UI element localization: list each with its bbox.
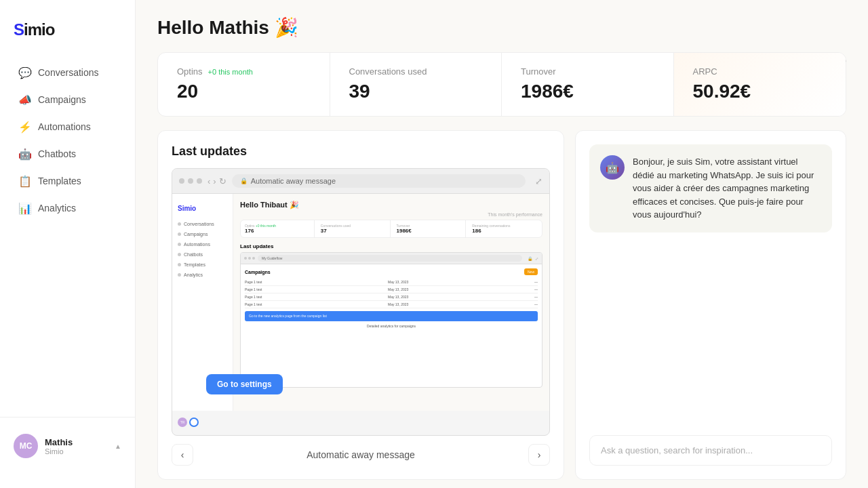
inner-circle	[189, 418, 199, 427]
inner-campaigns-header: Campaigns New	[245, 268, 538, 275]
sidebar-item-label: Conversations	[38, 67, 99, 78]
browser-url-bar: 🔒 Automatic away message	[232, 174, 526, 188]
sidebar: Simio 💬 Conversations 📣 Campaigns ⚡ Auto…	[0, 0, 136, 488]
stat-value-conversations: 39	[349, 81, 483, 102]
stat-card-optins: Optins +0 this month 20	[158, 53, 330, 116]
sidebar-item-label: Analytics	[38, 203, 76, 214]
sidebar-nav: 💬 Conversations 📣 Campaigns ⚡ Automation…	[0, 60, 135, 417]
templates-icon: 📋	[19, 175, 31, 187]
inner-stat-value-conv: 37	[321, 228, 386, 234]
inner-stat-value-remaining: 186	[472, 228, 538, 234]
stats-row: Optins +0 this month 20 Conversations us…	[157, 52, 846, 117]
automations-icon: ⚡	[19, 121, 31, 133]
table-row: Page 1 testMay 13, 2023—	[245, 286, 538, 293]
inner-expand-icon: ⤢	[535, 256, 538, 261]
conversations-icon: 💬	[19, 66, 31, 79]
inner-stat-turnover: Turnover 1986€	[393, 220, 467, 237]
inner-campaigns-title: Campaigns	[245, 270, 271, 274]
stat-card-conversations: Conversations used 39	[330, 53, 502, 116]
analytics-icon: 📊	[19, 202, 31, 214]
stat-value-arpc: 50.92€	[693, 81, 827, 102]
inner-avatar: TR	[178, 418, 187, 427]
pagination-row: ‹ Automatic away message ›	[172, 444, 550, 466]
sidebar-footer: MC Mathis Simio ▲	[0, 417, 135, 474]
inner-lock-icon: 🔒	[528, 256, 532, 261]
stat-value-turnover: 1986€	[521, 81, 654, 102]
inner-stats: Optins +0 this month 176 Conversations u…	[240, 220, 542, 238]
inner-stat-remaining: Remaining conversations 186	[468, 220, 542, 237]
stat-label-turnover: Turnover	[521, 66, 654, 77]
browser-dots	[179, 178, 202, 184]
sidebar-item-label: Campaigns	[38, 94, 86, 105]
table-row: Page 1 testMay 13, 2023—	[245, 301, 538, 308]
inner-nav-conversations: Conversations	[172, 219, 233, 229]
goto-settings-button[interactable]: Go to settings	[206, 374, 283, 394]
stat-badge-optins: +0 this month	[208, 68, 253, 76]
browser-mockup: ‹ › ↻ 🔒 Automatic away message ⤢ Simio	[172, 168, 550, 436]
logo[interactable]: Simio	[0, 14, 135, 60]
inner-footer: TR	[172, 415, 233, 430]
table-row: Page 1 testMay 13, 2023—	[245, 279, 538, 286]
inner-browser-dots	[244, 257, 255, 260]
chat-card-body: 🤖 Bonjour, je suis Sim, votre assistant …	[589, 144, 832, 466]
sidebar-item-chatbots[interactable]: 🤖 Chatbots	[5, 141, 130, 167]
main-content: Hello Mathis 🎉 This month's performance …	[136, 0, 868, 488]
inner-greeting: Hello Thibaut 🎉	[240, 201, 542, 209]
browser-dot-2	[188, 178, 193, 184]
table-row: Page 1 testMay 13, 2023—	[245, 293, 538, 301]
chat-avatar: 🤖	[600, 155, 625, 180]
prev-button[interactable]: ‹	[172, 444, 193, 466]
chat-avatar-emoji: 🤖	[606, 161, 619, 174]
sidebar-item-conversations[interactable]: 💬 Conversations	[5, 60, 130, 85]
sidebar-item-campaigns[interactable]: 📣 Campaigns	[5, 87, 130, 113]
sidebar-item-label: Automations	[38, 121, 91, 132]
stat-label-arpc: ARPC	[693, 66, 827, 77]
browser-dot-3	[197, 178, 202, 184]
browser-bar: ‹ › ↻ 🔒 Automatic away message ⤢	[172, 169, 549, 194]
inner-nav-chatbots: Chatbots	[172, 249, 233, 260]
stat-value-optins: 20	[177, 81, 311, 102]
inner-stat-value-optins: 176	[245, 228, 310, 234]
stat-label-conversations: Conversations used	[349, 66, 483, 77]
inner-stat-optins: Optins +0 this month 176	[241, 220, 315, 237]
inner-stat-value-turnover: 1986€	[397, 228, 462, 234]
updates-card: Last updates ‹ › ↻ 🔒	[157, 130, 564, 480]
browser-forward[interactable]: ›	[213, 176, 216, 186]
inner-browser-bar: My Guideflow 🔒 ⤢	[241, 253, 542, 264]
sidebar-item-templates[interactable]: 📋 Templates	[5, 168, 130, 194]
browser-refresh[interactable]: ↻	[219, 176, 226, 186]
inner-tooltip: Go to the new analytics page from the ca…	[245, 311, 538, 321]
inner-browser-url: My Guideflow	[258, 255, 522, 262]
browser-nav: ‹ › ↻	[208, 176, 226, 186]
inner-perf-label: This month's performance	[240, 212, 542, 217]
user-company: Simio	[45, 447, 108, 455]
inner-logo: Simio	[172, 201, 233, 219]
inner-avatar-row: TR	[172, 415, 233, 430]
sidebar-item-label: Templates	[38, 176, 81, 186]
chevron-up-icon: ▲	[115, 443, 121, 450]
user-info: Mathis Simio	[45, 437, 108, 455]
sidebar-item-automations[interactable]: ⚡ Automations	[5, 114, 130, 140]
inner-campaigns: Campaigns New Page 1 testMay 13, 2023— P…	[241, 264, 542, 332]
chat-message-bubble: 🤖 Bonjour, je suis Sim, votre assistant …	[589, 144, 832, 232]
browser-back[interactable]: ‹	[208, 176, 210, 186]
chat-card: 🤖 Bonjour, je suis Sim, votre assistant …	[575, 130, 846, 480]
chat-message-text: Bonjour, je suis Sim, votre assistant vi…	[633, 155, 821, 222]
avatar: MC	[14, 434, 38, 458]
campaigns-icon: 📣	[19, 94, 31, 106]
chat-input-placeholder: Ask a question, search for inspiration..…	[601, 445, 753, 455]
sidebar-item-analytics[interactable]: 📊 Analytics	[5, 195, 130, 221]
main-header: Hello Mathis 🎉 This month's performance	[136, 0, 868, 47]
next-button[interactable]: ›	[528, 444, 550, 466]
bottom-row: Last updates ‹ › ↻ 🔒	[157, 130, 846, 480]
browser-expand-icon[interactable]: ⤢	[535, 176, 542, 186]
stat-label-optins: Optins +0 this month	[177, 66, 311, 77]
browser-dot-1	[179, 178, 184, 184]
chatbots-icon: 🤖	[19, 148, 31, 160]
sidebar-item-label: Chatbots	[38, 148, 76, 159]
chat-input-area[interactable]: Ask a question, search for inspiration..…	[589, 435, 832, 466]
page-label: Automatic away message	[307, 449, 415, 460]
user-name: Mathis	[45, 437, 108, 447]
user-row[interactable]: MC Mathis Simio ▲	[5, 428, 130, 464]
inner-nav-automations: Automations	[172, 239, 233, 249]
